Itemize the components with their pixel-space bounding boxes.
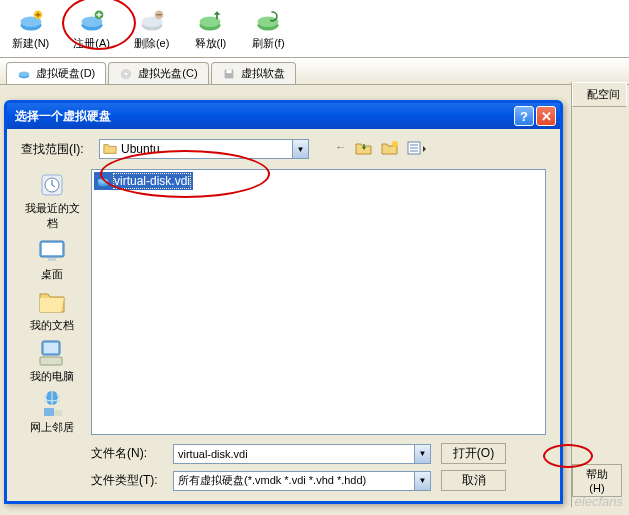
chevron-down-icon[interactable]: ▼ <box>414 472 430 490</box>
register-label: 注册(A) <box>73 36 110 51</box>
tab-hdd-label: 虚拟硬盘(D) <box>36 66 95 81</box>
filename-input[interactable]: virtual-disk.vdi ▼ <box>173 444 431 464</box>
sidebar-mydocs-label: 我的文档 <box>30 319 74 331</box>
filetype-select[interactable]: 所有虚拟硬盘(*.vmdk *.vdi *.vhd *.hdd) ▼ <box>173 471 431 491</box>
new-button[interactable]: 新建(N) <box>4 2 57 55</box>
svg-point-12 <box>258 17 279 28</box>
filename-label: 文件名(N): <box>91 445 163 462</box>
svg-rect-31 <box>54 410 62 416</box>
svg-rect-24 <box>42 243 62 255</box>
file-open-dialog: 选择一个虚拟硬盘 ? ✕ 查找范围(I): Ubuntu ▼ ← <box>4 100 563 504</box>
svg-point-19 <box>392 141 398 147</box>
side-panel: 配空间 帮助(H) <box>571 82 627 507</box>
tab-fd[interactable]: 虚拟软盘 <box>211 62 296 84</box>
sidebar-network-label: 网上邻居 <box>30 421 74 433</box>
filetype-label: 文件类型(T): <box>91 472 163 489</box>
list-item[interactable]: virtual-disk.vdi <box>94 172 193 190</box>
tab-cd[interactable]: 虚拟光盘(C) <box>108 62 208 84</box>
svg-rect-30 <box>44 408 54 416</box>
dialog-close-icon[interactable]: ✕ <box>536 106 556 126</box>
chevron-down-icon[interactable]: ▼ <box>414 445 430 463</box>
vdi-file-icon <box>96 174 110 188</box>
new-label: 新建(N) <box>12 36 49 51</box>
help-button[interactable]: 帮助(H) <box>572 464 622 497</box>
sidebar-desktop[interactable]: 桌面 <box>36 235 68 282</box>
sidebar-mycomputer[interactable]: 我的电脑 <box>30 337 74 384</box>
sidebar-desktop-label: 桌面 <box>41 268 63 280</box>
filename-value: virtual-disk.vdi <box>178 448 248 460</box>
up-folder-icon[interactable] <box>355 140 373 159</box>
tab-fd-label: 虚拟软盘 <box>241 66 285 81</box>
register-button[interactable]: 注册(A) <box>65 2 118 55</box>
svg-point-14 <box>19 71 30 76</box>
lookin-combo[interactable]: Ubuntu ▼ <box>99 139 309 159</box>
refresh-button[interactable]: 刷新(f) <box>243 2 293 55</box>
cancel-button[interactable]: 取消 <box>441 470 506 491</box>
delete-button[interactable]: 删除(e) <box>126 2 177 55</box>
sidebar-recent[interactable]: 我最近的文档 <box>21 169 83 231</box>
lookin-label: 查找范围(I): <box>21 141 93 158</box>
release-button[interactable]: 释放(l) <box>185 2 235 55</box>
new-folder-icon[interactable] <box>381 140 399 159</box>
svg-rect-27 <box>44 343 58 353</box>
tab-hdd[interactable]: 虚拟硬盘(D) <box>6 62 106 84</box>
tabs-bar: 虚拟硬盘(D) 虚拟光盘(C) 虚拟软盘 <box>0 58 629 85</box>
view-menu-icon[interactable] <box>407 140 427 159</box>
folder-icon <box>103 142 117 156</box>
svg-rect-25 <box>48 258 56 261</box>
svg-rect-28 <box>40 357 62 365</box>
sidebar-mycomputer-label: 我的电脑 <box>30 370 74 382</box>
places-sidebar: 我最近的文档 桌面 我的文档 我的电脑 <box>21 169 83 435</box>
main-toolbar: 新建(N) 注册(A) 删除(e) 释放(l) 刷新(f) <box>0 0 629 58</box>
file-list[interactable]: virtual-disk.vdi <box>91 169 546 435</box>
dialog-titlebar: 选择一个虚拟硬盘 ? ✕ <box>7 103 560 129</box>
chevron-down-icon[interactable]: ▼ <box>292 140 308 158</box>
open-button[interactable]: 打开(O) <box>441 443 506 464</box>
svg-rect-18 <box>226 69 231 73</box>
delete-label: 删除(e) <box>134 36 169 51</box>
watermark: elecfans <box>575 494 623 509</box>
dialog-title: 选择一个虚拟硬盘 <box>15 108 111 125</box>
sidebar-mydocs[interactable]: 我的文档 <box>30 286 74 333</box>
release-label: 释放(l) <box>195 36 227 51</box>
tab-cd-label: 虚拟光盘(C) <box>138 66 197 81</box>
svg-point-16 <box>125 72 128 75</box>
dialog-help-icon[interactable]: ? <box>514 106 534 126</box>
space-column: 配空间 <box>572 82 627 107</box>
file-name: virtual-disk.vdi <box>113 173 191 189</box>
filetype-value: 所有虚拟硬盘(*.vmdk *.vdi *.vhd *.hdd) <box>178 473 366 488</box>
refresh-label: 刷新(f) <box>252 36 284 51</box>
sidebar-recent-label: 我最近的文档 <box>25 202 80 229</box>
back-icon[interactable]: ← <box>335 140 347 159</box>
svg-point-33 <box>98 178 109 183</box>
sidebar-network[interactable]: 网上邻居 <box>30 388 74 435</box>
lookin-value: Ubuntu <box>121 142 160 156</box>
